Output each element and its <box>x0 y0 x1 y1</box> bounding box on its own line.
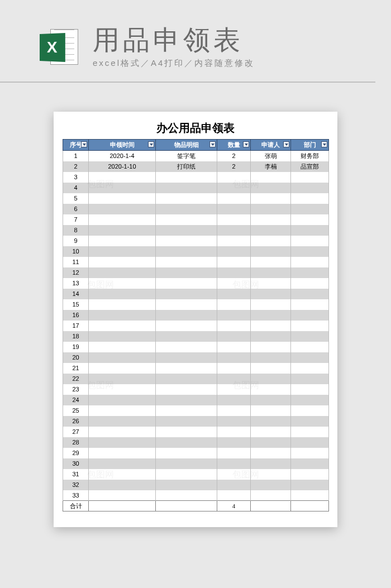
cell-qty[interactable] <box>217 214 251 225</box>
cell-seq[interactable]: 22 <box>63 374 89 384</box>
cell-date[interactable]: 2020-1-4 <box>89 151 156 161</box>
cell-date[interactable] <box>89 236 156 246</box>
cell-seq[interactable]: 17 <box>63 321 89 331</box>
cell-date[interactable] <box>89 214 156 225</box>
cell-person[interactable] <box>251 299 291 310</box>
cell-date[interactable] <box>89 469 156 480</box>
cell-date[interactable] <box>89 437 156 448</box>
table-row[interactable]: 19 <box>63 342 329 352</box>
cell-qty[interactable] <box>217 405 251 416</box>
cell-item[interactable] <box>156 395 217 405</box>
cell-item[interactable] <box>156 469 217 480</box>
cell-person[interactable] <box>251 458 291 469</box>
cell-item[interactable] <box>156 384 217 395</box>
cell-item[interactable] <box>156 448 217 458</box>
cell-seq[interactable]: 19 <box>63 342 89 352</box>
cell-date[interactable] <box>89 289 156 299</box>
cell-seq[interactable]: 14 <box>63 289 89 299</box>
cell-seq[interactable]: 3 <box>63 172 89 183</box>
cell-date[interactable] <box>89 416 156 427</box>
cell-person[interactable]: 张萌 <box>251 151 291 161</box>
cell-seq[interactable]: 7 <box>63 214 89 225</box>
cell-qty[interactable] <box>217 395 251 405</box>
cell-seq[interactable]: 32 <box>63 480 89 490</box>
cell-qty[interactable] <box>217 490 251 501</box>
table-row[interactable]: 25 <box>63 405 329 416</box>
cell-item[interactable] <box>156 193 217 204</box>
filter-dropdown-icon[interactable] <box>243 141 249 147</box>
cell-person[interactable] <box>251 352 291 363</box>
cell-item[interactable] <box>156 183 217 193</box>
cell-qty[interactable] <box>217 363 251 374</box>
cell-qty[interactable] <box>217 321 251 331</box>
cell-seq[interactable]: 29 <box>63 448 89 458</box>
table-row[interactable]: 29 <box>63 448 329 458</box>
col-header-qty[interactable]: 数量 <box>217 140 251 151</box>
cell-seq[interactable]: 8 <box>63 225 89 236</box>
cell-dept[interactable] <box>291 374 329 384</box>
cell-person[interactable] <box>251 331 291 342</box>
cell-dept[interactable] <box>291 437 329 448</box>
cell-item[interactable] <box>156 278 217 289</box>
cell-person[interactable] <box>251 289 291 299</box>
cell-seq[interactable]: 10 <box>63 246 89 257</box>
cell-date[interactable] <box>89 384 156 395</box>
cell-person[interactable] <box>251 490 291 501</box>
cell-item[interactable] <box>156 342 217 352</box>
cell-qty[interactable] <box>217 236 251 246</box>
cell-person[interactable] <box>251 374 291 384</box>
cell-seq[interactable]: 5 <box>63 193 89 204</box>
cell-dept[interactable] <box>291 214 329 225</box>
table-row[interactable]: 12 <box>63 267 329 278</box>
cell-person[interactable] <box>251 448 291 458</box>
cell-item[interactable] <box>156 331 217 342</box>
cell-date[interactable] <box>89 225 156 236</box>
cell-seq[interactable]: 18 <box>63 331 89 342</box>
table-row[interactable]: 20 <box>63 352 329 363</box>
cell-qty[interactable] <box>217 374 251 384</box>
cell-item[interactable] <box>156 204 217 214</box>
cell-date[interactable] <box>89 405 156 416</box>
cell-date[interactable] <box>89 172 156 183</box>
cell-item[interactable] <box>156 310 217 321</box>
cell-date[interactable] <box>89 374 156 384</box>
cell-date[interactable] <box>89 310 156 321</box>
cell-dept[interactable] <box>291 225 329 236</box>
cell-dept[interactable] <box>291 363 329 374</box>
cell-dept[interactable] <box>291 321 329 331</box>
table-row[interactable]: 32 <box>63 480 329 490</box>
cell-qty[interactable] <box>217 469 251 480</box>
cell-date[interactable] <box>89 352 156 363</box>
cell-item[interactable]: 签字笔 <box>156 151 217 161</box>
table-row[interactable]: 24 <box>63 395 329 405</box>
cell-date[interactable] <box>89 395 156 405</box>
cell-qty[interactable]: 2 <box>217 151 251 161</box>
table-row[interactable]: 27 <box>63 427 329 437</box>
table-row[interactable]: 23 <box>63 384 329 395</box>
table-row[interactable]: 12020-1-4签字笔2张萌财务部 <box>63 151 329 161</box>
col-header-item[interactable]: 物品明细 <box>156 140 217 151</box>
cell-person[interactable] <box>251 405 291 416</box>
cell-seq[interactable]: 16 <box>63 310 89 321</box>
cell-seq[interactable]: 1 <box>63 151 89 161</box>
cell-date[interactable] <box>89 193 156 204</box>
cell-qty[interactable] <box>217 310 251 321</box>
table-row[interactable]: 26 <box>63 416 329 427</box>
cell-dept[interactable] <box>291 490 329 501</box>
cell-qty[interactable] <box>217 246 251 257</box>
cell-seq[interactable]: 20 <box>63 352 89 363</box>
cell-qty[interactable] <box>217 342 251 352</box>
cell-dept[interactable] <box>291 257 329 267</box>
cell-seq[interactable]: 23 <box>63 384 89 395</box>
cell-date[interactable] <box>89 204 156 214</box>
table-row[interactable]: 21 <box>63 363 329 374</box>
cell-seq[interactable]: 13 <box>63 278 89 289</box>
cell-dept[interactable] <box>291 448 329 458</box>
cell-date[interactable] <box>89 321 156 331</box>
cell-date[interactable] <box>89 183 156 193</box>
cell-date[interactable] <box>89 448 156 458</box>
cell-item[interactable] <box>156 246 217 257</box>
cell-seq[interactable]: 33 <box>63 490 89 501</box>
cell-date[interactable] <box>89 246 156 257</box>
table-row[interactable]: 15 <box>63 299 329 310</box>
